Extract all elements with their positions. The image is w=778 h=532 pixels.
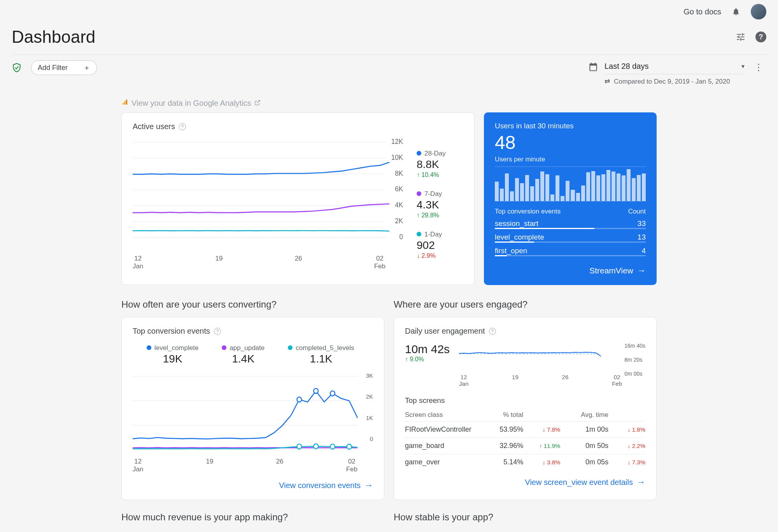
conv-legend-item: level_complete 19K (147, 344, 198, 365)
svg-text:8K: 8K (395, 169, 403, 177)
table-row: game_board 32.96%↑ 11.9% 0m 50s↓ 2.2% (405, 438, 645, 454)
help-icon[interactable]: ? (489, 328, 496, 335)
date-range-label: Last 28 days (605, 62, 648, 71)
realtime-sub: Users per minute (495, 156, 646, 163)
conversion-card: Top conversion events ? level_complete 1… (121, 317, 384, 500)
topbar: Go to docs (0, 0, 778, 23)
date-range-select[interactable]: Last 28 days ▾ (605, 60, 745, 74)
engagement-chart: 16m 40s 8m 20s 0m 00s 12Jan 19 26 02Feb (459, 343, 645, 387)
ga-link-text: View your data in Google Analytics (131, 99, 251, 108)
svg-point-24 (297, 444, 301, 449)
svg-point-26 (330, 444, 335, 449)
section-converting: How often are your users converting? (121, 299, 384, 310)
table-row: game_over 5.14%↓ 3.8% 0m 05s↓ 7.3% (405, 454, 645, 470)
conv-legend-item: app_update 1.4K (222, 344, 265, 365)
active-users-legend: 28-Day 8.8K ↑ 10.4% 7-Day 4.3K ↑ 29.8% 1… (417, 138, 463, 270)
section-revenue: How much revenue is your app making? (121, 512, 384, 523)
rt-row: level_complete13 (495, 233, 646, 243)
svg-rect-0 (123, 103, 124, 105)
svg-text:10K: 10K (391, 153, 403, 161)
realtime-card: Users in last 30 minutes 48 Users per mi… (484, 112, 657, 285)
help-icon[interactable]: ? (214, 328, 221, 335)
rt-head-left: Top conversion events (495, 208, 561, 215)
kebab-menu[interactable]: ⋮ (751, 60, 766, 74)
legend-item: 7-Day 4.3K ↑ 29.8% (417, 190, 463, 219)
active-users-card: Active users ? 12K 10K 8K (121, 112, 475, 285)
help-icon[interactable]: ? (179, 123, 186, 130)
go-to-docs-link[interactable]: Go to docs (683, 7, 721, 16)
top-screens-title: Top screens (405, 396, 645, 405)
plus-icon: ＋ (83, 63, 90, 72)
table-row: FIRootViewController 53.95%↓ 7.8% 1m 00s… (405, 421, 645, 438)
svg-rect-1 (124, 101, 126, 105)
calendar-icon (588, 62, 598, 74)
engagement-value: 10m 42s (405, 343, 450, 356)
external-link-icon (254, 99, 261, 108)
ga-link[interactable]: View your data in Google Analytics (121, 99, 657, 108)
realtime-title: Users in last 30 minutes (495, 122, 646, 130)
conversion-chart: 3K2K 1K0 12Jan 19 26 02Feb (133, 372, 373, 473)
svg-text:0: 0 (400, 233, 403, 241)
dropdown-icon: ▾ (741, 63, 745, 70)
compared-row: ⇄ Compared to Dec 9, 2019 - Jan 5, 2020 (605, 77, 745, 86)
svg-point-21 (297, 397, 301, 402)
arrow-right-icon: → (364, 480, 373, 490)
rt-row: session_start33 (495, 219, 646, 229)
page-title: Dashboard (12, 27, 95, 47)
arrow-right-icon: → (637, 477, 645, 487)
svg-text:4K: 4K (395, 201, 403, 209)
svg-point-25 (314, 444, 318, 449)
legend-item: 28-Day 8.8K ↑ 10.4% (417, 150, 463, 178)
active-users-chart: 12K 10K 8K 6K 4K 2K 0 12Jan 19 (133, 138, 405, 270)
header: Dashboard ? (0, 23, 778, 54)
active-users-title: Active users (133, 122, 175, 131)
rt-head-right: Count (628, 208, 646, 215)
compare-icon: ⇄ (605, 77, 610, 86)
engagement-title: Daily user engagement (405, 327, 485, 336)
svg-rect-2 (126, 100, 127, 105)
svg-text:12K: 12K (391, 138, 403, 145)
svg-text:2K: 2K (395, 217, 403, 225)
legend-item: 1-Day 902 ↓ 2.9% (417, 231, 463, 259)
users-per-minute-chart (495, 166, 646, 201)
bell-icon[interactable] (731, 6, 741, 17)
filter-row: Add Filter ＋ Last 28 days ▾ ⇄ Compared t… (0, 55, 778, 91)
help-icon[interactable]: ? (755, 32, 766, 42)
rt-row: first_open4 (495, 247, 646, 256)
view-conversion-link[interactable]: View conversion events→ (133, 480, 373, 490)
streamview-link[interactable]: StreamView → (495, 266, 646, 276)
view-screen-link[interactable]: View screen_view event details→ (405, 477, 645, 487)
svg-point-23 (330, 391, 335, 396)
section-engaged: Where are your users engaged? (394, 299, 657, 310)
svg-text:6K: 6K (395, 185, 403, 193)
analytics-icon (121, 99, 128, 108)
svg-point-27 (347, 444, 352, 449)
conv-legend-item: completed_5_levels 1.1K (288, 344, 354, 365)
add-filter-label: Add Filter (38, 64, 68, 72)
section-stable: How stable is your app? (394, 512, 657, 523)
tune-icon[interactable] (734, 30, 748, 44)
conversion-title: Top conversion events (133, 327, 210, 336)
add-filter-button[interactable]: Add Filter ＋ (31, 60, 97, 75)
engagement-card: Daily user engagement ? 10m 42s ↑ 9.0% (394, 317, 657, 500)
shield-icon (12, 63, 22, 73)
top-screens-table: Screen class % total Avg. time FIRootVie… (405, 409, 645, 470)
svg-point-22 (314, 388, 318, 394)
realtime-count: 48 (495, 132, 646, 153)
avatar[interactable] (751, 4, 766, 19)
compared-text: Compared to Dec 9, 2019 - Jan 5, 2020 (614, 78, 730, 86)
arrow-right-icon: → (637, 266, 646, 276)
